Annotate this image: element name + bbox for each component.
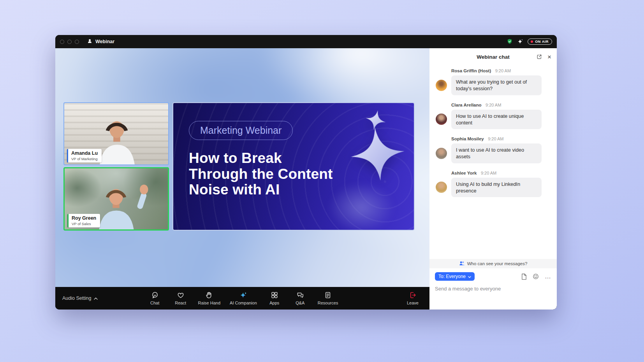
security-shield-icon[interactable]	[507, 38, 513, 45]
ai-sparkle-icon	[239, 291, 247, 299]
toolbar-button-label: AI Companion	[230, 301, 257, 305]
compose-area: To: Everyone …	[429, 268, 557, 310]
message-author: Sophia Mosiley	[451, 136, 484, 141]
video-tile-amanda[interactable]: Amanda Lu VP of Marketing	[63, 102, 169, 165]
message-bubble: What are you trying to get out of today'…	[451, 75, 542, 95]
more-options-icon[interactable]: …	[545, 275, 551, 278]
name-tag: Amanda Lu VP of Marketing	[67, 149, 102, 163]
to-everyone-label: To: Everyone	[438, 274, 466, 279]
message-author: Rosa Griffin (Host)	[451, 68, 491, 73]
chat-message-list[interactable]: Rosa Griffin (Host) 9:20 AM What are you…	[429, 65, 557, 259]
to-everyone-dropdown[interactable]: To: Everyone	[435, 272, 475, 281]
avatar	[436, 182, 447, 193]
qa-bubbles-icon	[296, 291, 304, 299]
slide-glow-shape	[328, 182, 394, 231]
slide-title-line: Through the Content	[189, 166, 333, 182]
slide-title: How to Break Through the Content Noise w…	[189, 150, 333, 198]
chat-title: Webinar chat	[477, 54, 510, 60]
chevron-down-icon	[468, 274, 471, 279]
avatar	[436, 80, 447, 91]
resources-button[interactable]: Resources	[318, 291, 338, 305]
visibility-note[interactable]: Who can see your messages?	[429, 259, 557, 268]
window-title-label: Webinar	[95, 39, 114, 44]
toolbar-button-label: Leave	[407, 301, 419, 305]
two-person-icon	[459, 261, 465, 267]
slide-title-line: Noise with AI	[189, 182, 333, 198]
apps-grid-icon	[271, 291, 278, 299]
toolbar-button-label: Q&A	[296, 301, 304, 305]
audio-setting-label: Audio Setting	[62, 296, 91, 301]
message-bubble: Using AI to build my LinkedIn presence	[451, 178, 542, 198]
traffic-light-minimize[interactable]	[67, 40, 72, 44]
file-icon[interactable]	[521, 273, 527, 280]
name-tag: Roy Green VP of Sales	[67, 214, 100, 227]
on-air-dot-icon	[531, 40, 533, 43]
participant-role: VP of Marketing	[71, 157, 98, 161]
toolbar-button-label: Chat	[150, 301, 159, 305]
webinar-window: Webinar ON AIR	[55, 35, 557, 310]
on-air-label: ON AIR	[535, 40, 549, 44]
webinar-stage: Amanda Lu VP of Marketing	[55, 48, 429, 287]
webinar-icon	[87, 38, 93, 45]
message-bubble: I want to use AI to create video assets	[451, 143, 542, 163]
heart-icon	[177, 291, 185, 299]
traffic-light-close[interactable]	[60, 40, 64, 44]
toolbar-button-label: Raise Hand	[198, 301, 220, 305]
resources-doc-icon	[324, 291, 332, 299]
avatar	[436, 148, 447, 159]
participant-role: VP of Sales	[72, 222, 96, 226]
meeting-toolbar: Audio Setting Chat	[55, 287, 429, 310]
raise-hand-button[interactable]: Raise Hand	[198, 291, 220, 305]
close-icon[interactable]: ×	[547, 54, 551, 60]
apps-button[interactable]: Apps	[266, 291, 283, 305]
toolbar-button-label: Apps	[269, 301, 279, 305]
toolbar-button-group: Chat React Raise Hand	[147, 291, 338, 305]
chevron-up-icon	[94, 296, 98, 301]
star-shape-large	[348, 124, 407, 184]
raise-hand-icon	[205, 291, 213, 299]
titlebar-status: ON AIR	[507, 38, 552, 45]
traffic-light-zoom[interactable]	[75, 40, 79, 44]
message-bubble: How to use AI to create unique content	[451, 110, 542, 129]
pop-out-icon[interactable]	[536, 54, 542, 60]
slide-title-line: How to Break	[189, 150, 333, 166]
traffic-lights	[60, 40, 79, 44]
titlebar: Webinar ON AIR	[55, 35, 557, 48]
chat-message: Clara Arellano 9:20 AM How to use AI to …	[436, 101, 551, 129]
chat-icon	[151, 291, 159, 299]
chat-message: Sophia Mosiley 9:20 AM I want to use AI …	[436, 135, 551, 163]
message-author: Clara Arellano	[451, 103, 482, 107]
leave-door-icon	[409, 291, 417, 299]
emoji-icon[interactable]	[533, 273, 539, 280]
message-input[interactable]: Send a message to everyone	[435, 286, 551, 310]
avatar	[436, 114, 447, 125]
ai-companion-status-icon[interactable]	[517, 38, 523, 45]
video-tile-roy[interactable]: Roy Green VP of Sales	[63, 167, 169, 231]
message-time: 9:20 AM	[495, 68, 511, 73]
toolbar-button-label: React	[175, 301, 186, 305]
chat-button[interactable]: Chat	[147, 291, 163, 305]
toolbar-button-label: Resources	[318, 301, 338, 305]
chat-message: Rosa Griffin (Host) 9:20 AM What are you…	[436, 67, 551, 95]
chat-message: Ashlee York 9:20 AM Using AI to build my…	[436, 169, 551, 198]
webinar-chat-panel: Webinar chat × Rosa Griffin (Host) 9:20 …	[429, 48, 557, 310]
participant-name: Roy Green	[72, 215, 96, 221]
message-time: 9:20 AM	[486, 103, 501, 107]
ai-companion-button[interactable]: AI Companion	[230, 291, 257, 305]
message-author: Ashlee York	[451, 171, 477, 175]
audio-setting-button[interactable]: Audio Setting	[62, 296, 98, 301]
chat-header: Webinar chat ×	[429, 48, 557, 65]
qa-button[interactable]: Q&A	[292, 291, 308, 305]
on-air-badge: ON AIR	[528, 38, 552, 45]
message-time: 9:20 AM	[481, 171, 496, 175]
visibility-note-label: Who can see your messages?	[467, 261, 528, 266]
message-time: 9:20 AM	[488, 136, 503, 141]
participant-name: Amanda Lu	[71, 150, 98, 156]
slide-badge: Marketing Webinar	[189, 121, 293, 140]
presentation-slide: Marketing Webinar How to Break Through t…	[172, 102, 415, 231]
react-button[interactable]: React	[172, 291, 189, 305]
leave-button[interactable]: Leave	[405, 291, 421, 305]
window-title: Webinar	[87, 38, 114, 45]
